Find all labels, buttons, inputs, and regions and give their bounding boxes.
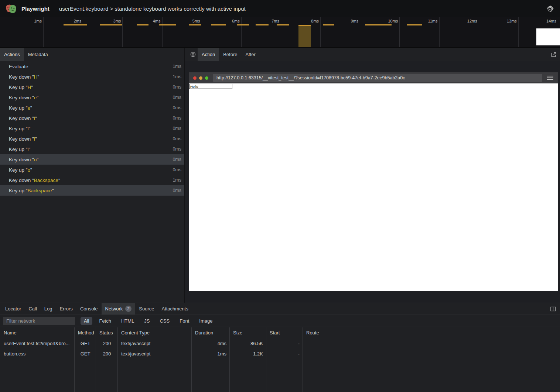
- action-title: Key down "e": [9, 95, 173, 100]
- timeline-tick-label: 7ms: [272, 19, 279, 23]
- tab-label: Actions: [4, 52, 20, 57]
- action-list-item[interactable]: Key down "o"0ms: [0, 154, 184, 165]
- action-list: Evaluate1msKey down "H"1msKey up "H"0msK…: [0, 61, 184, 303]
- tab-label: Attachments: [161, 306, 188, 312]
- action-list-item[interactable]: Key up "l"0ms: [0, 144, 184, 154]
- table-column-separator: [74, 327, 75, 392]
- network-filter-row: AllFetchHTMLJSCSSFontImage: [0, 315, 560, 327]
- action-title: Key up "l": [9, 147, 173, 152]
- tab-after[interactable]: After: [241, 48, 259, 61]
- snapshot-toolbar: ActionBeforeAfter: [185, 48, 560, 61]
- network-body: userEvent.test.ts?import&bro...GET200tex…: [0, 338, 560, 359]
- tab-label: Metadata: [28, 52, 48, 57]
- browser-url-bar: http://127.0.0.1:63315/__vitest_test__/?…: [213, 74, 542, 82]
- action-duration: 0ms: [173, 157, 181, 162]
- tab-label: Action: [202, 52, 215, 57]
- filter-chip-all[interactable]: All: [81, 317, 92, 325]
- action-duration: 1ms: [173, 64, 181, 69]
- action-title: Key down "o": [9, 157, 173, 162]
- action-title: Key down "l": [9, 136, 173, 142]
- timeline-track[interactable]: 1ms2ms3ms4ms5ms6ms7ms8ms9ms10ms11ms12ms1…: [0, 17, 560, 48]
- tab-network[interactable]: Network2: [102, 303, 136, 314]
- action-title: Key down "l": [9, 116, 173, 121]
- action-duration: 1ms: [173, 178, 181, 183]
- gear-icon: [547, 5, 554, 12]
- open-snapshot-button[interactable]: [549, 48, 559, 61]
- filter-chip-css[interactable]: CSS: [157, 317, 173, 325]
- action-list-item[interactable]: Key down "e"0ms: [0, 92, 184, 103]
- tab-actions[interactable]: Actions: [0, 48, 24, 61]
- network-cell-duration: 1ms: [191, 351, 229, 357]
- network-cell-name: button.css: [0, 351, 74, 357]
- snapshot-page: [189, 83, 558, 291]
- network-request-row[interactable]: button.cssGET200text/javascript1ms1.2K-: [0, 348, 560, 359]
- timeline-gridline: [122, 17, 123, 47]
- timeline-gridline: [558, 17, 558, 47]
- filter-chip-fetch[interactable]: Fetch: [96, 317, 115, 325]
- action-time-marker: [256, 24, 269, 25]
- action-list-item[interactable]: Key up "e"0ms: [0, 103, 184, 113]
- tab-call[interactable]: Call: [25, 303, 40, 314]
- action-duration: 0ms: [173, 147, 181, 152]
- network-col-header-name: Name: [0, 330, 74, 336]
- action-list-item[interactable]: Key down "H"1ms: [0, 72, 184, 82]
- action-duration: 0ms: [173, 105, 181, 110]
- network-cell-start: -: [266, 351, 303, 357]
- tab-errors[interactable]: Errors: [56, 303, 76, 314]
- toggle-layout-button[interactable]: [548, 303, 558, 314]
- network-cell-status: 200: [96, 341, 117, 346]
- snapshot-browser-window: http://127.0.0.1:63315/__vitest_test__/?…: [189, 72, 558, 291]
- action-duration: 0ms: [173, 136, 181, 141]
- timeline-tick-label: 10ms: [388, 19, 398, 23]
- network-col-header-route: Route: [303, 330, 560, 336]
- action-list-item[interactable]: Key down "l"0ms: [0, 134, 184, 144]
- action-list-item[interactable]: Key up "H"0ms: [0, 82, 184, 92]
- action-title: Evaluate: [9, 64, 173, 69]
- network-cell-size: 86.5K: [229, 341, 266, 346]
- action-duration: 0ms: [173, 95, 181, 100]
- timeline-tick-label: 12ms: [467, 19, 477, 23]
- browser-chrome-bar: http://127.0.0.1:63315/__vitest_test__/?…: [189, 72, 558, 83]
- action-list-item[interactable]: Key down "l"0ms: [0, 113, 184, 123]
- timeline-gridline: [360, 17, 360, 47]
- filter-chip-image[interactable]: Image: [196, 317, 216, 325]
- action-list-item[interactable]: Key up "o"0ms: [0, 165, 184, 175]
- tab-locator[interactable]: Locator: [1, 303, 25, 314]
- tab-console[interactable]: Console: [76, 303, 102, 314]
- network-type-filters: AllFetchHTMLJSCSSFontImage: [81, 317, 216, 325]
- tab-action[interactable]: Action: [198, 48, 219, 61]
- settings-button[interactable]: [545, 4, 555, 13]
- timeline-gridline: [479, 17, 479, 47]
- action-time-marker: [211, 24, 226, 25]
- tab-attachments[interactable]: Attachments: [158, 303, 192, 314]
- network-col-header-method: Method: [74, 330, 96, 336]
- tab-source[interactable]: Source: [135, 303, 158, 314]
- network-col-header-start: Start: [266, 330, 303, 336]
- timeline-gridline: [241, 17, 242, 47]
- network-col-header-size: Size: [229, 330, 266, 336]
- app-title: Playwright: [21, 6, 49, 12]
- filter-chip-font[interactable]: Font: [176, 317, 192, 325]
- snapshot-text-input[interactable]: [189, 84, 232, 89]
- action-list-item[interactable]: Key up "l"0ms: [0, 123, 184, 134]
- tab-label: Source: [139, 306, 154, 312]
- network-request-row[interactable]: userEvent.test.ts?import&bro...GET200tex…: [0, 338, 560, 348]
- timeline-screenshot-thumbnail: [536, 28, 560, 45]
- filter-chip-js[interactable]: JS: [141, 317, 153, 325]
- timeline-tick-label: 13ms: [507, 19, 517, 23]
- tab-metadata[interactable]: Metadata: [24, 48, 52, 61]
- filter-chip-html[interactable]: HTML: [118, 317, 137, 325]
- action-time-marker: [323, 24, 334, 25]
- tab-before[interactable]: Before: [219, 48, 241, 61]
- action-list-item[interactable]: Key up "Backspace"0ms: [0, 185, 184, 196]
- network-filter-input[interactable]: [3, 317, 75, 325]
- action-list-item[interactable]: Evaluate1ms: [0, 61, 184, 72]
- tab-label: Errors: [59, 306, 72, 312]
- pick-locator-button[interactable]: [188, 48, 198, 61]
- timeline-tick-label: 9ms: [351, 19, 358, 23]
- tab-log[interactable]: Log: [41, 303, 56, 314]
- timeline-tick-label: 5ms: [192, 19, 200, 23]
- action-time-marker: [407, 24, 422, 25]
- snapshot-panel: ActionBeforeAfter http://127.0.0.1:63315…: [185, 48, 560, 303]
- action-list-item[interactable]: Key down "Backspace"1ms: [0, 175, 184, 185]
